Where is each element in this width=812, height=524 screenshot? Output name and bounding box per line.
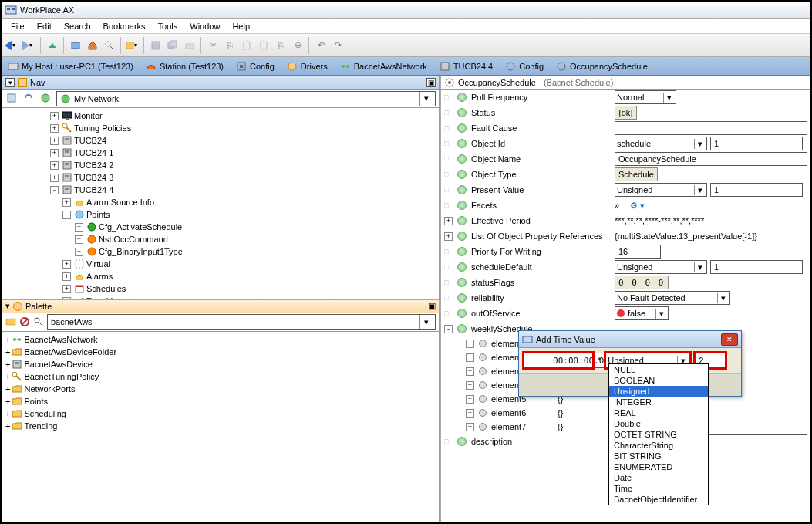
tree-item[interactable]: TUCB24 2: [74, 159, 113, 171]
tree-expander[interactable]: +: [62, 198, 71, 207]
palette-item[interactable]: BacnetAwsNetwork: [24, 333, 97, 346]
nav-btn1[interactable]: [5, 92, 19, 106]
tree-expander[interactable]: +: [466, 423, 474, 431]
menu-bookmarks[interactable]: Bookmarks: [97, 20, 152, 32]
crumb-station[interactable]: Station (Test123): [143, 61, 227, 72]
nav-btn2[interactable]: [22, 92, 36, 106]
prop-expander[interactable]: +: [444, 217, 453, 225]
palette-item[interactable]: BacnetAwsDeviceFolder: [24, 346, 116, 358]
crumb-config1[interactable]: Config: [233, 61, 278, 72]
element-label[interactable]: element7: [491, 422, 553, 431]
palette-item[interactable]: NetworkPorts: [24, 383, 75, 395]
prop-expander[interactable]: □: [444, 93, 453, 101]
tree-expander[interactable]: +: [50, 124, 59, 133]
tree-expander[interactable]: +: [75, 223, 83, 232]
pal-search-icon[interactable]: [33, 316, 44, 327]
pal-btn2[interactable]: [19, 316, 30, 327]
save-button[interactable]: [148, 38, 163, 53]
crumb-schedule[interactable]: OccupancySchedule: [553, 61, 651, 72]
tree-item[interactable]: Monitor: [74, 110, 103, 122]
dropdown-option[interactable]: BacnetObjectIdentifier: [609, 494, 708, 505]
type-select[interactable]: Unsigned▾: [615, 260, 707, 274]
home-button[interactable]: [85, 38, 100, 53]
menu-help[interactable]: Help: [226, 20, 256, 32]
prop-expander[interactable]: □: [444, 186, 453, 194]
dropdown-option[interactable]: CharacterString: [609, 440, 708, 451]
nav-pin-icon[interactable]: ▾: [5, 78, 15, 87]
dropdown-option[interactable]: Date: [609, 472, 708, 483]
pal-btn1[interactable]: [5, 316, 16, 327]
prop-expander[interactable]: □: [444, 438, 453, 445]
prop-expander[interactable]: □: [444, 171, 453, 178]
value-input[interactable]: 1: [710, 260, 803, 274]
crumb-device[interactable]: TUCB24 4: [436, 61, 496, 72]
forward-button[interactable]: ▾: [22, 40, 37, 51]
tree-expander[interactable]: +: [62, 272, 71, 281]
tree-expander[interactable]: +: [50, 161, 59, 170]
print-button[interactable]: [182, 38, 197, 53]
tree-expander[interactable]: +: [5, 333, 10, 346]
tree-item[interactable]: Cfg_ActivateSchedule: [99, 221, 182, 233]
saveall-button[interactable]: [165, 38, 180, 53]
tree-item[interactable]: TUCB24 1: [74, 147, 113, 159]
cut-button[interactable]: ✂: [205, 38, 221, 53]
tree-expander[interactable]: +: [75, 235, 83, 244]
dropdown-option[interactable]: Unsigned: [609, 386, 708, 397]
tree-expander[interactable]: -: [50, 186, 59, 194]
palette-item[interactable]: BacnetAwsDevice: [24, 358, 92, 370]
tree-item[interactable]: Schedules: [86, 282, 126, 295]
menu-tools[interactable]: Tools: [152, 20, 184, 32]
tree-item[interactable]: Tuning Policies: [74, 122, 131, 134]
dropdown-option[interactable]: REAL: [609, 407, 708, 418]
tree-expander[interactable]: +: [5, 346, 10, 358]
dropdown-option[interactable]: OCTET STRING: [609, 429, 708, 440]
select-box[interactable]: No Fault Detected▾: [615, 291, 730, 305]
tree-item[interactable]: NsbOccCommand: [99, 233, 168, 245]
up-button[interactable]: [45, 38, 60, 53]
type-select[interactable]: schedule▾: [615, 137, 707, 150]
prop-expander[interactable]: □: [444, 263, 453, 271]
tree-expander[interactable]: +: [5, 358, 10, 370]
menu-search[interactable]: Search: [58, 20, 97, 32]
tree-expander[interactable]: +: [5, 370, 10, 383]
tree-expander[interactable]: +: [62, 260, 71, 269]
tree-item[interactable]: TUCB24 3: [74, 171, 113, 184]
dropdown-option[interactable]: NULL: [609, 364, 708, 375]
prop-expander[interactable]: □: [444, 294, 453, 302]
bool-select[interactable]: false▾: [615, 306, 669, 320]
tree-expander[interactable]: +: [466, 395, 474, 404]
palette-item[interactable]: Trending: [24, 420, 57, 432]
text-input[interactable]: OccupancySchedule: [615, 152, 807, 166]
tree-expander[interactable]: +: [466, 409, 474, 418]
prop-expander[interactable]: □: [444, 109, 453, 117]
time-spinner[interactable]: ▲▼: [524, 353, 593, 368]
back-button[interactable]: ▾: [5, 40, 20, 51]
palette-item[interactable]: Points: [24, 395, 48, 407]
dup-button[interactable]: ⎘: [273, 38, 288, 53]
nav-scope-dropdown[interactable]: My Network ▾: [56, 91, 436, 106]
dropdown-option[interactable]: BOOLEAN: [609, 375, 708, 386]
tree-item[interactable]: Virtual: [86, 258, 110, 270]
tree-expander[interactable]: +: [5, 407, 10, 420]
prop-expander[interactable]: □: [444, 309, 453, 317]
recent-button[interactable]: [68, 38, 83, 53]
palette-module-dropdown[interactable]: bacnetAws ▾: [47, 314, 436, 330]
select-box[interactable]: Normal▾: [615, 90, 676, 104]
value-input[interactable]: 1: [710, 137, 803, 150]
dropdown-option[interactable]: INTEGER: [609, 397, 708, 407]
tree-item[interactable]: TUCB24: [74, 134, 106, 147]
menu-file[interactable]: File: [5, 20, 31, 32]
facets-btn[interactable]: ⚙ ▾: [630, 201, 645, 211]
palette-item[interactable]: Scheduling: [24, 407, 66, 420]
palette-collapse-icon[interactable]: ▣: [428, 301, 436, 311]
prop-expander[interactable]: □: [444, 279, 453, 286]
tree-expander[interactable]: +: [5, 383, 10, 395]
dialog-titlebar[interactable]: Add Time Value ✕: [519, 331, 741, 348]
text-input[interactable]: [615, 121, 807, 135]
tree-item[interactable]: TUCB24 4: [74, 184, 113, 196]
tree-item[interactable]: Alarms: [86, 270, 113, 282]
palette-item[interactable]: BacnetTuningPolicy: [24, 370, 99, 383]
value-input[interactable]: 1: [710, 183, 803, 197]
text-input[interactable]: 16: [615, 245, 661, 259]
menu-edit[interactable]: Edit: [31, 20, 58, 32]
